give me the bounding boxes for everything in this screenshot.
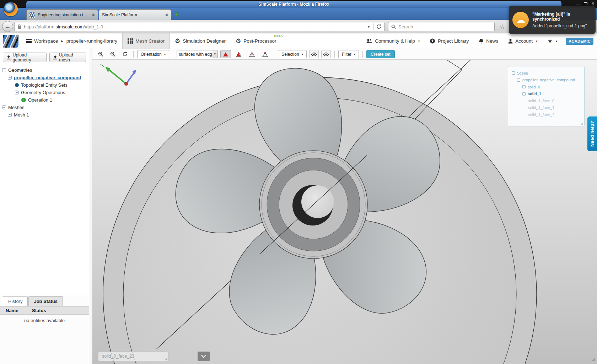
menu-account[interactable]: Account ▾: [503, 33, 542, 49]
show-all-button[interactable]: [321, 50, 331, 58]
tree-node-mesh-1[interactable]: + Mesh 1: [0, 111, 89, 119]
selection-dropdown[interactable]: Selection ▾: [278, 50, 307, 58]
scene-tree-panel[interactable]: − Scene − propeller_negative_compound + …: [508, 66, 585, 126]
tab-post-processor[interactable]: ⚙ Post-Processor BETA: [231, 33, 281, 49]
collapse-icon[interactable]: −: [8, 76, 12, 80]
upload-mesh-button[interactable]: Upload mesh: [49, 53, 86, 62]
firefox-icon[interactable]: [4, 2, 18, 16]
grid-icon: [128, 38, 133, 44]
need-help-tab[interactable]: Need help?: [587, 116, 597, 151]
resize-grip-icon[interactable]: [165, 358, 167, 360]
upload-icon: [7, 55, 11, 60]
hovered-entity-label: solid_0_face_23: [98, 352, 168, 361]
search-input[interactable]: Search: [388, 22, 495, 31]
url-bar[interactable]: https://platform.simscale.com/#tab_1-0 ▾: [14, 22, 384, 31]
tab-label: Engineering simulation in yo...: [38, 12, 90, 17]
tree-node-operation-1[interactable]: ✓ Operation 1: [0, 96, 89, 104]
tab-close-icon[interactable]: ×: [165, 12, 168, 17]
scene-node-compound[interactable]: − propeller_negative_compound: [512, 77, 581, 84]
tree-node-geometries[interactable]: − Geometries: [0, 66, 89, 74]
display-mode-select[interactable]: surfaces with edg ▼: [177, 50, 218, 58]
breadcrumb-arrow-icon: ▸: [61, 39, 63, 43]
tab-job-status[interactable]: Job Status: [28, 296, 63, 306]
column-name: Name: [0, 308, 32, 313]
zoom-in-button[interactable]: [96, 50, 106, 58]
tab-mesh-creator[interactable]: Mesh Creator: [122, 33, 170, 49]
viewport-toolbar: Orientation ▾ surfaces with edg ▼: [92, 49, 597, 60]
simscale-favicon: [29, 12, 35, 18]
triangle-edges-icon: [236, 52, 242, 57]
close-button[interactable]: ×: [592, 1, 594, 6]
upload-icon: [53, 55, 57, 60]
tab-simulation-designer[interactable]: ⚙ Simulation Designer: [170, 33, 231, 49]
render-canvas[interactable]: − Scene − propeller_negative_compound + …: [92, 60, 597, 364]
create-set-button[interactable]: Create set: [366, 50, 394, 58]
render-mode-solid-button[interactable]: [220, 50, 231, 58]
scene-node-solid-0[interactable]: + solid_0: [512, 83, 581, 91]
scene-node-solid-1[interactable]: − solid_1: [512, 91, 581, 98]
collapse-icon[interactable]: −: [512, 71, 515, 75]
bottom-panel: History Job Status Name Status no entiti…: [0, 295, 89, 364]
resize-grip-icon[interactable]: [580, 122, 583, 125]
scene-node-face[interactable]: solid_1_face_2: [512, 111, 581, 118]
scene-node-face[interactable]: solid_1_face_0: [512, 97, 581, 104]
browser-tab-active[interactable]: SimScale Platform ×: [99, 9, 171, 20]
expand-panel-button[interactable]: [198, 352, 210, 361]
reload-icon[interactable]: [376, 24, 381, 29]
maximize-button[interactable]: [584, 2, 587, 5]
select-arrow-icon[interactable]: ▼: [212, 50, 217, 58]
zoom-out-button[interactable]: [108, 50, 118, 58]
upload-geometry-button[interactable]: Upload geometry: [3, 53, 47, 62]
url-dropdown-icon[interactable]: ▾: [366, 25, 371, 29]
wireframe-triangle-icon: [249, 52, 255, 57]
back-button[interactable]: ←: [2, 21, 13, 32]
tab-label: SimScale Platform: [102, 12, 163, 17]
cloud-sync-icon: ☁: [512, 12, 529, 28]
notification-title: "Marketing [all]" is synchronized: [532, 12, 592, 22]
column-status: Status: [32, 308, 46, 313]
tree-node-topological-entity-sets[interactable]: Topological Entity Sets: [0, 81, 89, 89]
collapse-icon[interactable]: −: [15, 91, 19, 94]
collapse-icon[interactable]: −: [522, 92, 526, 96]
render-mode-wireframe-button[interactable]: [247, 50, 257, 58]
panel-splitter[interactable]: [89, 49, 92, 364]
minimize-button[interactable]: [576, 2, 580, 5]
desktop-notification[interactable]: ☁ "Marketing [all]" is synchronized Adde…: [509, 6, 596, 34]
gears-icon: ⚙: [175, 38, 180, 44]
refresh-view-button[interactable]: [120, 50, 130, 58]
favorites-star-menu[interactable]: ★ ▾: [542, 33, 562, 49]
scene-node-scene[interactable]: − Scene: [512, 70, 581, 77]
search-icon: [391, 25, 396, 29]
geometry-tree: − Geometries − propeller_negative_compou…: [0, 66, 89, 119]
collapse-icon[interactable]: −: [2, 68, 6, 72]
tab-close-icon[interactable]: ×: [92, 12, 95, 17]
simscale-logo[interactable]: [3, 35, 18, 48]
chevron-down-icon: [201, 355, 206, 358]
scene-node-face[interactable]: solid_1_face_1: [512, 104, 581, 112]
window-controls: ×: [576, 1, 594, 6]
bookmark-star-icon[interactable]: ☆: [500, 23, 505, 31]
solid-triangle-icon: [223, 52, 228, 57]
tree-node-meshes[interactable]: − Meshes: [0, 104, 89, 111]
resize-grip-icon[interactable]: [591, 358, 595, 361]
collapse-icon[interactable]: −: [517, 78, 520, 82]
tab-history[interactable]: History: [3, 296, 28, 306]
collapse-icon[interactable]: −: [2, 105, 6, 109]
menu-news[interactable]: News: [474, 33, 503, 49]
window-titlebar: SimScale Platform - Mozilla Firefox ×: [0, 0, 597, 8]
orientation-dropdown[interactable]: Orientation ▾: [137, 50, 169, 58]
menu-project-library[interactable]: Project Library: [425, 33, 474, 49]
new-tab-button[interactable]: +: [175, 11, 179, 17]
tree-node-geometry-operations[interactable]: − Geometry Operations: [0, 89, 89, 96]
url-text: https://platform.simscale.com/#tab_1-0: [24, 24, 364, 29]
expand-icon[interactable]: +: [8, 113, 12, 117]
render-mode-surface-edges-button[interactable]: [233, 50, 244, 58]
workspace-breadcrumb[interactable]: Workspace ▸ propeller-running-library: [21, 33, 122, 49]
expand-icon[interactable]: +: [522, 85, 526, 88]
menu-community-help[interactable]: Community & Help ▾: [361, 33, 425, 49]
hide-selected-button[interactable]: [309, 50, 319, 58]
render-mode-points-button[interactable]: [260, 50, 270, 58]
tree-node-geometry[interactable]: − propeller_negative_compound: [0, 74, 89, 81]
browser-tab-inactive[interactable]: Engineering simulation in yo... ×: [26, 9, 98, 20]
filter-dropdown[interactable]: Filter ▾: [338, 50, 359, 58]
